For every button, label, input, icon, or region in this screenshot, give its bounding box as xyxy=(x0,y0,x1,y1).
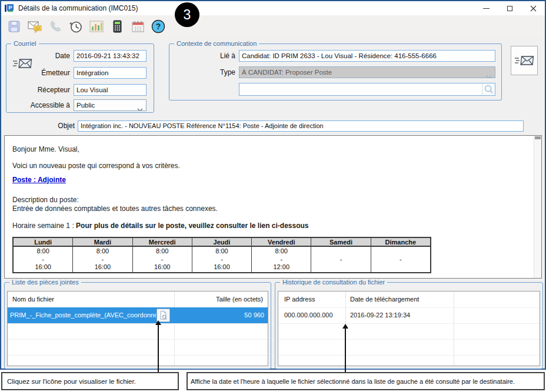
calculator-button[interactable] xyxy=(108,18,125,35)
schedule-prefix: Horaire semaine 1 : xyxy=(12,222,76,230)
history-table: IP address Date de téléchargement 000.00… xyxy=(278,291,540,366)
accessible-select[interactable]: Public xyxy=(74,99,147,111)
calendar-icon xyxy=(131,19,145,33)
group-contexte-legend: Contexte de communication xyxy=(174,40,259,47)
schedule-line: Horaire semaine 1 : Pour plus de détails… xyxy=(12,222,309,230)
annotation-badge: 3 xyxy=(175,2,199,27)
email-message-button[interactable] xyxy=(26,18,43,35)
date-label: Date xyxy=(6,50,70,62)
schedule-col-jeudi: Jeudi 8:00 - 16:00 xyxy=(192,238,252,272)
chart-icon xyxy=(89,19,104,33)
schedule-note: Pour plus de détails sur le poste, veuil… xyxy=(76,222,308,230)
col-header-taille: Taille (en octets) xyxy=(216,292,263,307)
annotation-arrow-right xyxy=(345,328,346,372)
search-icon xyxy=(484,84,494,95)
attachments-table: Nom du fichier Taille (en octets) PRIM_-… xyxy=(7,291,268,366)
recepteur-field[interactable]: Lou Visual xyxy=(74,84,147,96)
phone-icon xyxy=(48,19,62,33)
schedule-header: Mercredi xyxy=(133,238,192,247)
history-icon xyxy=(68,19,83,34)
context-search-input[interactable] xyxy=(239,83,495,96)
date-field[interactable]: 2016-09-21 13:43:32 xyxy=(74,50,147,62)
title-bar: P Détails de la communication (IMC015) xyxy=(1,1,545,15)
file-preview-icon xyxy=(158,310,168,320)
lie-a-label: Lié à xyxy=(169,50,235,62)
minimize-button[interactable] xyxy=(474,1,498,15)
schedule-col-samedi: Samedi - xyxy=(311,238,371,272)
group-attachments-legend: Liste des pièces jointes xyxy=(9,279,81,286)
col-header-nom: Nom du fichier xyxy=(12,292,54,307)
accessible-value: Public xyxy=(76,102,95,109)
emetteur-field[interactable]: Intégration xyxy=(74,67,147,79)
schedule-col-mardi: Mardi 8:00 - 16:00 xyxy=(73,238,132,272)
calendar-button[interactable] xyxy=(129,18,146,35)
message-body: Bonjour Mme. Visual, Voici un nouveau po… xyxy=(4,135,542,279)
callout-right: Affiche la date et l'heure à laquelle le… xyxy=(187,372,545,390)
mail-send-icon xyxy=(514,54,534,67)
send-email-button[interactable] xyxy=(511,46,538,75)
search-button[interactable] xyxy=(482,83,495,95)
body-scrollbar[interactable] xyxy=(534,136,541,278)
annotation-arrow-left xyxy=(158,324,159,372)
scrollbar-thumb[interactable] xyxy=(535,136,541,139)
save-icon xyxy=(7,19,21,33)
save-button[interactable] xyxy=(5,18,22,35)
maximize-button[interactable] xyxy=(498,1,521,15)
message-intro: Voici un nouveau poste qui correspond à … xyxy=(12,162,180,170)
schedule-col-mercredi: Mercredi 8:00 - 16:00 xyxy=(133,238,192,272)
toolbar: ? xyxy=(1,15,545,38)
callout-left: Cliquez sur l'icône pour visualiser le f… xyxy=(1,372,179,390)
app-logo-icon: P xyxy=(5,4,14,12)
minimize-icon xyxy=(483,8,490,9)
maximize-icon xyxy=(507,6,512,11)
context-search-value xyxy=(239,86,242,93)
chevron-down-icon xyxy=(137,104,143,111)
email-message-icon xyxy=(27,19,42,33)
schedule-header: Jeudi xyxy=(192,238,251,247)
group-contexte: Contexte de communication Lié à Candidat… xyxy=(169,43,502,100)
objet-label: Objet xyxy=(45,122,75,130)
poste-link[interactable]: Poste : Adjointe xyxy=(12,176,66,184)
group-courriel-legend: Courriel xyxy=(11,40,39,47)
type-value: À CANDIDAT: Proposer Poste xyxy=(242,69,332,76)
window-controls xyxy=(474,1,545,15)
col-header-date: Date de téléchargement xyxy=(350,292,419,307)
lie-a-field[interactable]: Candidat: ID PRIM 2633 - Lou Visual - Ré… xyxy=(239,50,495,62)
schedule-cell: - xyxy=(311,247,370,272)
accessible-label: Accessible à xyxy=(6,99,70,111)
schedule-header: Dimanche xyxy=(371,238,430,247)
close-button[interactable] xyxy=(521,1,545,15)
history-button[interactable] xyxy=(67,18,84,35)
schedule-cell: 8:00 - 12:00 xyxy=(252,247,311,272)
schedule-header: Samedi xyxy=(311,238,370,247)
phone-button[interactable] xyxy=(46,18,64,35)
chart-button[interactable] xyxy=(88,18,105,35)
objet-field[interactable]: Intégration inc. - NOUVEAU POSTE Référen… xyxy=(78,120,524,132)
emetteur-label: Émetteur xyxy=(6,67,70,79)
history-ip: 000.000.000.000 xyxy=(284,307,333,323)
schedule-col-lundi: Lundi 8:00 - 16:00 xyxy=(14,238,73,272)
schedule-col-vendredi: Vendredi 8:00 - 12:00 xyxy=(252,238,311,272)
description-text: Entrée de données comptables et toutes a… xyxy=(12,205,218,213)
type-label: Type xyxy=(169,66,235,78)
schedule-table: Lundi 8:00 - 16:00 Mardi 8:00 - 16:00 Me… xyxy=(12,237,431,273)
history-date: 2016-09-22 13:19:34 xyxy=(350,307,410,323)
help-button[interactable]: ? xyxy=(149,18,167,35)
schedule-cell: 8:00 - 16:00 xyxy=(192,247,251,272)
description-label: Description du poste: xyxy=(12,196,79,204)
app-window: P Détails de la communication (IMC015) xyxy=(0,0,546,370)
svg-text:?: ? xyxy=(155,22,161,31)
screenshot-root: P Détails de la communication (IMC015) xyxy=(0,0,546,392)
message-greeting: Bonjour Mme. Visual, xyxy=(12,145,79,153)
chevron-down-icon xyxy=(486,71,492,78)
schedule-header: Vendredi xyxy=(252,238,311,247)
schedule-col-dimanche: Dimanche - xyxy=(371,238,430,272)
svg-text:P: P xyxy=(8,5,12,11)
schedule-header: Lundi xyxy=(14,238,72,247)
schedule-cell: - xyxy=(371,247,430,272)
schedule-cell: 8:00 - 16:00 xyxy=(14,247,72,272)
schedule-header: Mardi xyxy=(73,238,132,247)
attachment-size: 50 960 xyxy=(244,307,264,323)
attachment-row[interactable]: PRIM_-_Fiche_poste_complète_(AVEC_coordo… xyxy=(8,307,268,323)
type-select[interactable]: À CANDIDAT: Proposer Poste xyxy=(239,66,495,78)
